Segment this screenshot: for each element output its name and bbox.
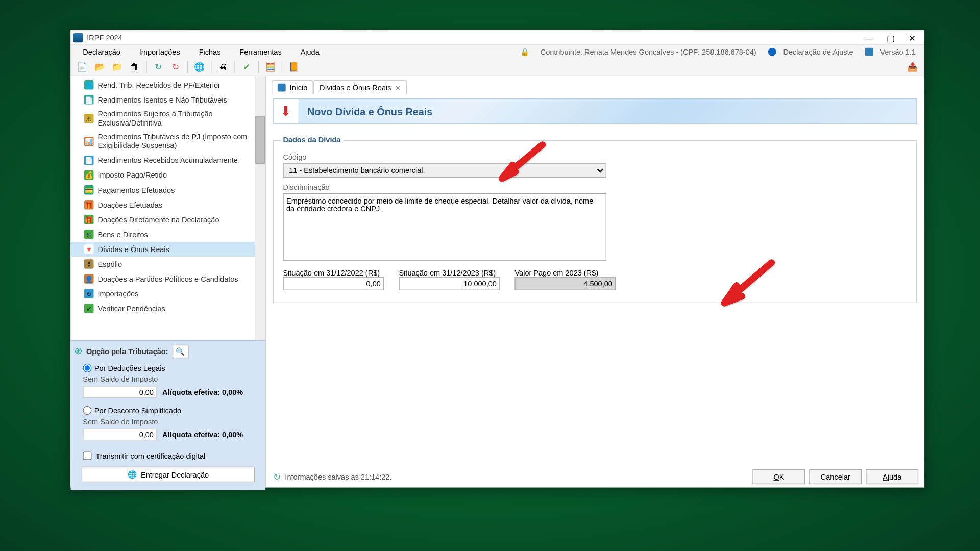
sidebar-item-icon: ⚠ [84, 114, 93, 123]
pago2023-label: Valor Pago em 2023 (R$) [514, 269, 598, 277]
sidebar-item-6[interactable]: 💳Pagamentos Efetuados [71, 183, 265, 197]
help-icon[interactable]: 📙 [286, 60, 301, 74]
scrollbar-thumb[interactable] [255, 116, 264, 163]
globe-icon[interactable]: 🌐 [192, 60, 207, 74]
sidebar-item-12[interactable]: 👤Doações a Partidos Políticos e Candidat… [71, 271, 265, 286]
sidebar-item-0[interactable]: 🌐Rend. Trib. Recebidos de PF/Exterior [71, 78, 265, 92]
ok-button[interactable]: OK [752, 469, 805, 484]
deliver-icon: 🌐 [128, 470, 137, 479]
nav-tree: 🌐Rend. Trib. Recebidos de PF/Exterior📄Re… [71, 76, 265, 340]
menu-ajuda[interactable]: Ajuda [292, 46, 328, 57]
sit2023-label: Situação em 31/12/2023 (R$) [399, 269, 496, 277]
sit2023-input[interactable] [399, 277, 500, 290]
sidebar-item-label: Imposto Pago/Retido [97, 171, 167, 179]
folder-icon[interactable]: 📁 [110, 60, 125, 74]
sidebar-item-label: Espólio [97, 260, 122, 268]
tax-option-panel: 〄 Opção pela Tributação: 🔍 Por Deduções … [71, 340, 265, 490]
sidebar-item-label: Pagamentos Efetuados [97, 186, 175, 194]
close-button[interactable]: ✕ [902, 32, 922, 44]
sidebar-item-icon: 🌐 [84, 80, 93, 89]
opt2-value: 0,00 [83, 429, 157, 441]
sidebar-item-label: Importações [97, 290, 138, 298]
sidebar-item-icon: 👤 [84, 274, 93, 283]
sidebar-item-3[interactable]: 📊Rendimentos Tributáveis de PJ (Imposto … [71, 130, 265, 153]
trash-icon[interactable]: 🗑 [127, 60, 142, 74]
calculator-icon[interactable]: 🧮 [263, 60, 278, 74]
home-icon [278, 84, 286, 92]
separator [258, 61, 259, 73]
separator [234, 61, 235, 73]
sidebar-item-11[interactable]: ⚱Espólio [71, 257, 265, 271]
separator [282, 61, 282, 73]
sidebar-item-icon: 🎁 [84, 200, 93, 209]
tab-dividas[interactable]: Dívidas e Ônus Reais✕ [313, 80, 407, 94]
sidebar-item-icon: 🎁 [84, 215, 93, 224]
sit2022-input[interactable] [283, 277, 384, 290]
menu-declaracao[interactable]: Declaração [75, 46, 129, 57]
sidebar-item-9[interactable]: $Bens e Direitos [71, 227, 265, 242]
save-status-text: Informações salvas às 21:14:22. [285, 473, 391, 481]
sidebar-item-label: Verificar Pendências [97, 305, 165, 313]
debt-icon: ⬇ [280, 103, 291, 119]
window-title: IRPF 2024 [87, 33, 122, 41]
sync-icon[interactable]: ↻ [168, 60, 183, 74]
deliver-button[interactable]: 🌐Entregar Declaração [82, 467, 255, 482]
app-icon [74, 33, 83, 42]
discriminacao-textarea[interactable]: Empréstimo concedido por meio de limite … [283, 193, 606, 261]
sidebar-item-5[interactable]: 💰Imposto Pago/Retido [71, 168, 265, 183]
codigo-label: Código [283, 153, 906, 161]
check-icon[interactable]: ✔ [239, 60, 254, 74]
print-icon[interactable]: 🖨 [215, 60, 230, 74]
tab-close-icon[interactable]: ✕ [395, 84, 401, 91]
sidebar-item-label: Doações Diretamente na Declaração [97, 215, 219, 223]
pago2023-input[interactable] [514, 277, 616, 290]
sidebar-item-icon: ✔ [84, 304, 93, 313]
sidebar-item-8[interactable]: 🎁Doações Diretamente na Declaração [71, 212, 265, 227]
opt1-value: 0,00 [83, 386, 157, 398]
sidebar-item-icon: 🔻 [84, 244, 93, 254]
cancel-button[interactable]: Cancelar [809, 469, 862, 484]
sidebar-item-13[interactable]: ↻Importações [71, 286, 265, 301]
opt2-sublabel: Sem Saldo de Imposto [75, 416, 262, 427]
menu-importacoes[interactable]: Importações [131, 46, 188, 57]
radio-label: Por Deduções Legais [94, 364, 165, 372]
checkbox-certificacao-digital[interactable] [83, 451, 91, 460]
refresh-icon[interactable]: ↻ [151, 60, 166, 74]
tax-option-title: Opção pela Tributação: [86, 347, 168, 356]
opt1-sublabel: Sem Saldo de Imposto [75, 374, 262, 385]
open-folder-icon[interactable]: 📂 [92, 60, 107, 74]
new-doc-icon[interactable]: 📄 [75, 60, 90, 74]
sidebar-item-1[interactable]: 📄Rendimentos Isentos e Não Tributáveis [71, 92, 265, 107]
cert-label: Transmitir com certificação digital [95, 452, 205, 460]
sidebar-item-icon: 📄 [84, 95, 93, 104]
save-status-icon: ↻ [273, 471, 281, 482]
sidebar-item-4[interactable]: 📄Rendimentos Recebidos Acumuladamente [71, 153, 265, 168]
maximize-button[interactable]: ▢ [880, 32, 901, 44]
app-window: IRPF 2024 — ▢ ✕ Declaração Importações F… [70, 30, 924, 488]
sidebar-item-14[interactable]: ✔Verificar Pendências [71, 301, 265, 316]
badge-icon [768, 48, 776, 56]
sidebar-item-icon: 💰 [84, 170, 93, 180]
sidebar-item-label: Bens e Direitos [97, 230, 148, 238]
lock-icon: 🔒 [516, 46, 533, 57]
sidebar-item-icon: 📊 [84, 137, 93, 146]
tax-option-icon: 〄 [75, 347, 83, 356]
codigo-select[interactable]: 11 - Estabelecimento bancário comercial. [283, 163, 606, 178]
tab-inicio[interactable]: Início [272, 80, 313, 94]
sidebar-item-icon: $ [84, 230, 93, 239]
sidebar-item-7[interactable]: 🎁Doações Efetuadas [71, 197, 265, 212]
tax-magnify-button[interactable]: 🔍 [172, 345, 188, 358]
sidebar-item-2[interactable]: ⚠Rendimentos Sujeitos à Tributação Exclu… [71, 107, 265, 130]
menu-fichas[interactable]: Fichas [191, 46, 229, 57]
declaracao-type: Declaração de Ajuste [768, 46, 857, 57]
version-info: Versão 1.1 [865, 46, 919, 57]
sidebar-scrollbar[interactable] [255, 76, 265, 340]
exit-icon[interactable]: 📤 [905, 60, 920, 74]
sidebar-item-10[interactable]: 🔻Dívidas e Ônus Reais [71, 242, 265, 257]
minimize-button[interactable]: — [859, 32, 879, 44]
radio-deducoes-legais[interactable] [83, 364, 91, 372]
menu-ferramentas[interactable]: Ferramentas [232, 46, 290, 57]
radio-desconto-simplificado[interactable] [83, 406, 91, 415]
help-button[interactable]: Ajuda [866, 469, 918, 484]
sidebar-item-label: Dívidas e Ônus Reais [97, 245, 169, 253]
